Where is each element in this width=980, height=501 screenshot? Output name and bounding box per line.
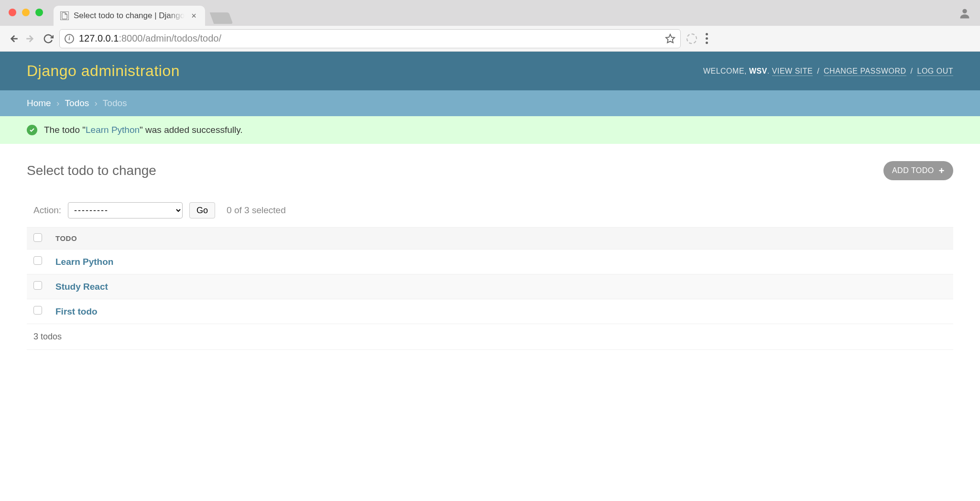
tab-close-button[interactable]: × [189, 11, 198, 21]
select-all-checkbox[interactable] [33, 233, 42, 242]
message-link[interactable]: Learn Python [86, 125, 140, 135]
username: WSV [749, 67, 767, 75]
action-label: Action: [33, 205, 61, 216]
selection-counter: 0 of 3 selected [227, 205, 286, 216]
breadcrumb-home[interactable]: Home [27, 98, 51, 108]
result-table: TODO Learn PythonStudy ReactFirst todo [27, 227, 953, 324]
forward-button[interactable] [25, 33, 37, 45]
logout-link[interactable]: LOG OUT [917, 67, 953, 76]
admin-header: Django administration WELCOME, WSV. VIEW… [0, 52, 980, 90]
tab-title: Select todo to change | Django [74, 11, 185, 21]
column-header-todo[interactable]: TODO [49, 228, 953, 250]
success-message: The todo "Learn Python" was added succes… [0, 116, 980, 144]
add-button-label: ADD TODO [892, 166, 934, 175]
site-title: Django administration [27, 62, 180, 80]
row-checkbox[interactable] [33, 306, 42, 315]
reload-button[interactable] [43, 33, 54, 44]
window-close-button[interactable] [9, 9, 16, 16]
bookmark-star-icon[interactable] [665, 33, 675, 44]
go-button[interactable]: Go [189, 202, 215, 218]
row-checkbox[interactable] [33, 281, 42, 290]
profile-icon[interactable] [958, 7, 971, 20]
breadcrumbs: Home › Todos › Todos [0, 90, 980, 116]
breadcrumb-current: Todos [103, 98, 127, 108]
window-maximize-button[interactable] [35, 9, 43, 16]
tab-bar: Select todo to change | Django × [54, 0, 231, 26]
browser-tab[interactable]: Select todo to change | Django × [54, 6, 205, 26]
browser-toolbar: i 127.0.0.1:8000/admin/todos/todo/ [0, 26, 980, 52]
browser-menu-button[interactable] [703, 33, 711, 44]
select-all-header [27, 228, 49, 250]
paginator: 3 todos [27, 324, 953, 350]
row-link[interactable]: First todo [55, 306, 98, 316]
extension-icon[interactable] [686, 33, 697, 44]
address-bar[interactable]: i 127.0.0.1:8000/admin/todos/todo/ [59, 29, 681, 48]
page-title: Select todo to change [27, 163, 156, 178]
svg-marker-3 [666, 34, 675, 42]
new-tab-button[interactable] [209, 12, 233, 24]
url-text: 127.0.0.1:8000/admin/todos/todo/ [79, 33, 221, 44]
table-row: Learn Python [27, 250, 953, 274]
window-controls [9, 9, 43, 16]
user-tools: WELCOME, WSV. VIEW SITE / CHANGE PASSWOR… [703, 67, 953, 76]
message-text: The todo "Learn Python" was added succes… [44, 125, 243, 135]
window-minimize-button[interactable] [22, 9, 30, 16]
svg-point-0 [962, 9, 967, 13]
breadcrumb-app[interactable]: Todos [65, 98, 89, 108]
content: Select todo to change ADD TODO + Action:… [0, 144, 980, 367]
content-header: Select todo to change ADD TODO + [27, 161, 953, 180]
table-row: First todo [27, 299, 953, 324]
view-site-link[interactable]: VIEW SITE [772, 67, 813, 76]
row-checkbox[interactable] [33, 256, 42, 265]
change-password-link[interactable]: CHANGE PASSWORD [824, 67, 906, 76]
row-link[interactable]: Study React [55, 282, 108, 292]
table-row: Study React [27, 274, 953, 299]
browser-tab-strip: Select todo to change | Django × [0, 0, 980, 26]
row-link[interactable]: Learn Python [55, 257, 113, 267]
page-icon [60, 11, 69, 20]
site-info-icon[interactable]: i [65, 34, 74, 44]
action-select[interactable]: --------- [68, 202, 183, 218]
add-todo-button[interactable]: ADD TODO + [883, 161, 953, 180]
check-icon [27, 125, 37, 135]
welcome-text: WELCOME, [703, 67, 749, 75]
actions-bar: Action: --------- Go 0 of 3 selected [27, 197, 953, 223]
back-button[interactable] [7, 33, 19, 45]
plus-icon: + [939, 166, 945, 175]
